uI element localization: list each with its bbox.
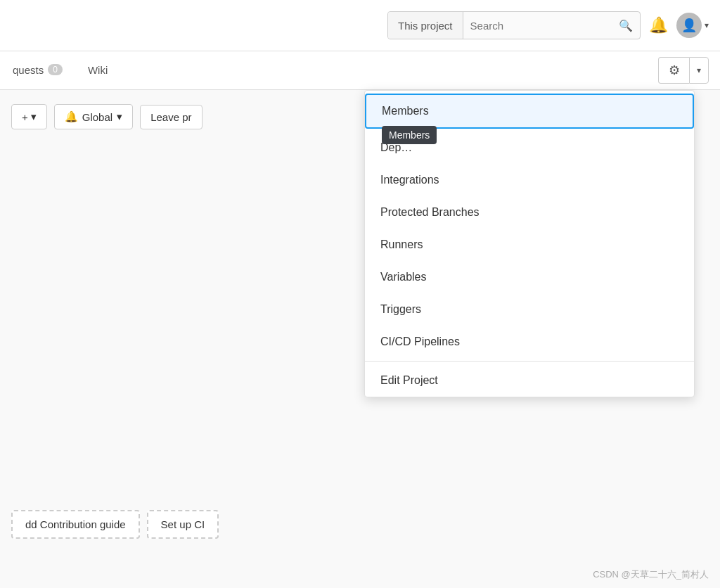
dropdown-item-edit-project[interactable]: Edit Project (365, 364, 694, 397)
tooltip-text: Members (389, 129, 430, 141)
runners-label: Runners (380, 238, 423, 251)
dropdown-item-cicd[interactable]: CI/CD Pipelines (365, 326, 694, 358)
integrations-label: Integrations (380, 174, 439, 186)
leave-label: Leave pr (150, 111, 191, 123)
search-input-area[interactable]: 🔍 (463, 19, 640, 32)
members-tooltip: Members (382, 126, 437, 144)
notifications-bell-icon[interactable]: 🔔 (649, 16, 668, 34)
settings-gear-icon: ⚙ (669, 63, 680, 78)
search-scope: This project (388, 12, 463, 39)
tab-wiki[interactable]: Wiki (75, 51, 120, 89)
nav-right-actions: ⚙ ▾ (658, 57, 720, 84)
dropdown-item-runners[interactable]: Runners (365, 229, 694, 261)
protected-branches-label: Protected Branches (380, 206, 480, 219)
nav-bar: quests 0 Wiki ⚙ ▾ (0, 51, 720, 90)
search-input[interactable] (470, 20, 615, 32)
top-bar: This project 🔍 🔔 👤 ▾ (0, 0, 720, 51)
settings-dropdown-button[interactable]: ▾ (689, 57, 709, 84)
dropdown-divider (365, 361, 694, 362)
add-contribution-guide-button[interactable]: dd Contribution guide (11, 510, 140, 539)
settings-button[interactable]: ⚙ (658, 57, 689, 84)
edit-project-label: Edit Project (380, 374, 438, 387)
global-notifications-button[interactable]: 🔔 Global ▾ (54, 104, 133, 129)
settings-dropdown-menu: Members Members Dep… Integrations Protec… (364, 90, 695, 397)
contribute-label: dd Contribution guide (25, 518, 126, 530)
watermark: CSDN @天草二十六_简村人 (593, 568, 709, 581)
cicd-label: CI/CD Pipelines (380, 335, 460, 348)
variables-label: Variables (380, 271, 427, 283)
search-box[interactable]: This project 🔍 (387, 11, 641, 39)
dropdown-item-protected-branches[interactable]: Protected Branches (365, 196, 694, 229)
bottom-row: dd Contribution guide Set up CI (0, 503, 720, 546)
bell-icon: 🔔 (65, 110, 78, 123)
leave-project-button[interactable]: Leave pr (140, 105, 202, 129)
avatar: 👤 (676, 13, 702, 38)
dropdown-item-variables[interactable]: Variables (365, 261, 694, 293)
setup-ci-button[interactable]: Set up CI (147, 510, 219, 539)
add-chevron-icon: ▾ (31, 110, 37, 123)
tab-wiki-label: Wiki (88, 64, 108, 76)
setup-ci-label: Set up CI (161, 518, 205, 530)
avatar-dropdown[interactable]: 👤 ▾ (676, 13, 709, 38)
global-label: Global (82, 111, 112, 123)
dropdown-item-members[interactable]: Members Members (365, 94, 694, 129)
requests-badge: 0 (48, 64, 63, 75)
dropdown-item-triggers[interactable]: Triggers (365, 293, 694, 326)
global-chevron-icon: ▾ (117, 110, 122, 123)
triggers-label: Triggers (380, 303, 421, 316)
nav-tabs: quests 0 Wiki (0, 51, 658, 89)
tab-requests[interactable]: quests 0 (0, 51, 75, 89)
settings-chevron-icon: ▾ (697, 65, 701, 75)
avatar-chevron-icon: ▾ (705, 20, 709, 30)
avatar-icon: 👤 (681, 18, 697, 33)
members-label: Members (382, 105, 429, 117)
search-icon: 🔍 (619, 19, 633, 32)
tab-requests-label: quests (13, 64, 44, 76)
dropdown-item-integrations[interactable]: Integrations (365, 164, 694, 196)
add-icon: + (22, 111, 28, 123)
add-button[interactable]: + ▾ (11, 104, 47, 129)
